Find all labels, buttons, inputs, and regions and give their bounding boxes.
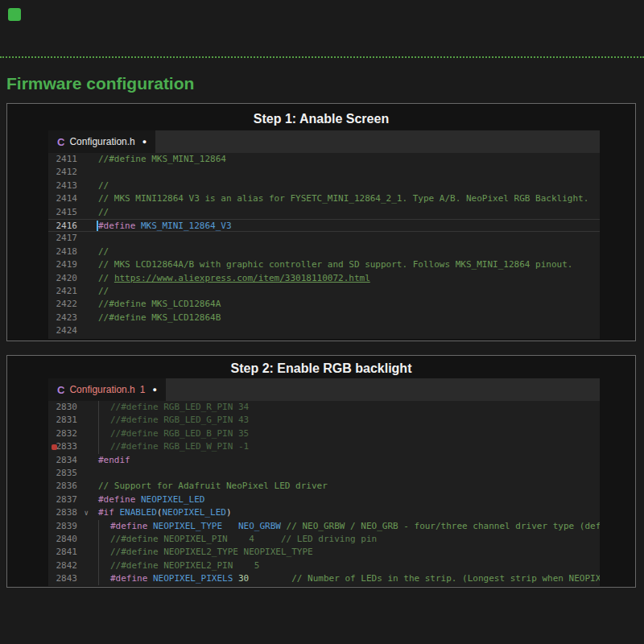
code-line[interactable]: 2837#define NEOPIXEL_LED (48, 493, 600, 506)
line-number[interactable]: 2842 (48, 559, 90, 572)
code-line-content: // (90, 285, 600, 298)
line-number[interactable]: 2833 (48, 440, 90, 453)
tab-configuration-h-errors[interactable]: C Configuration.h 1 ● (48, 378, 166, 401)
code-line[interactable]: 2839#define NEOPIXEL_TYPE NEO_GRBW // NE… (48, 520, 600, 533)
code-token: //#define RGB_LED_G_PIN 43 (110, 415, 249, 425)
code-line[interactable]: 2838∨#if ENABLED(NEOPIXEL_LED) (48, 506, 600, 519)
code-editor-step-2: C Configuration.h 1 ● 2830//#define RGB_… (48, 378, 600, 586)
tab-configuration-h[interactable]: C Configuration.h ● (48, 130, 155, 153)
line-number[interactable]: 2413 (48, 180, 90, 192)
code-line-content: // (90, 206, 600, 219)
text-caret (97, 221, 98, 231)
step-1-title: Step 1: Anable Screen (7, 111, 635, 127)
code-line-content: #if ENABLED(NEOPIXEL_LED) (90, 506, 600, 519)
code-line[interactable]: 2412 (48, 166, 600, 179)
line-number[interactable]: 2834 (48, 454, 90, 467)
code-line[interactable]: 2415// (48, 206, 600, 219)
code-line[interactable]: 2416#define MKS_MINI_12864_V3 (48, 219, 600, 232)
code-line[interactable]: 2835 (48, 467, 600, 480)
code-token (222, 521, 238, 531)
code-token: // Number of LEDs in the strip. (Longest… (291, 573, 600, 584)
code-line-content: #endif (90, 454, 600, 467)
line-number[interactable]: 2422 (48, 298, 90, 311)
line-number[interactable]: 2839 (48, 520, 90, 533)
line-number[interactable]: 2419 (48, 258, 90, 271)
code-token: // MKS MINI12864 V3 is an alias for FYSE… (98, 193, 588, 204)
code-line-content: //#define RGB_LED_G_PIN 43 (90, 414, 600, 427)
line-number[interactable]: 2841 (48, 546, 90, 559)
code-line-content: //#define RGB_LED_B_PIN 35 (90, 427, 600, 440)
code-line-content (90, 232, 600, 245)
code-line[interactable]: 2422//#define MKS_LCD12864A (48, 298, 600, 311)
code-line[interactable]: 2421// (48, 285, 600, 298)
modified-dot-icon[interactable]: ● (142, 138, 147, 146)
code-token: //#define NEOPIXEL_PIN 4 // LED driving … (110, 534, 377, 544)
line-number[interactable]: 2424 (48, 324, 90, 337)
code-line[interactable]: 2831//#define RGB_LED_G_PIN 43 (48, 414, 600, 427)
code-line[interactable]: 2411//#define MKS_MINI_12864 (48, 153, 600, 166)
line-number[interactable]: 2416 (48, 220, 90, 231)
line-number[interactable]: 2418 (48, 246, 90, 258)
line-number[interactable]: 2831 (48, 414, 90, 427)
code-line[interactable]: 2842//#define NEOPIXEL2_PIN 5 (48, 559, 600, 572)
line-number[interactable]: 2411 (48, 153, 90, 166)
code-token (233, 573, 238, 584)
code-area: 2411//#define MKS_MINI_1286424122413//24… (48, 153, 600, 337)
code-token: //#define NEOPIXEL2_PIN 5 (110, 560, 259, 571)
code-line[interactable]: 2417 (48, 232, 600, 245)
code-line[interactable]: 2834#endif (48, 454, 600, 467)
line-number[interactable]: 2837 (48, 493, 90, 506)
code-token: // NEO_GRBW / NEO_GRB - four/three chann… (287, 521, 600, 531)
indent-guide (98, 572, 110, 585)
code-token: // (98, 246, 109, 257)
code-line[interactable]: 2840//#define NEOPIXEL_PIN 4 // LED driv… (48, 533, 600, 546)
line-number[interactable]: 2843 (48, 572, 90, 585)
line-number[interactable]: 2838∨ (48, 506, 90, 519)
code-line[interactable]: 2843#define NEOPIXEL_PIXELS 30 // Number… (48, 572, 600, 585)
indent-guide (98, 559, 110, 572)
code-line[interactable]: 2418// (48, 246, 600, 258)
code-line[interactable]: 2419// MKS LCD12864A/B with graphic cont… (48, 258, 600, 271)
code-token: //#define RGB_LED_R_PIN 34 (110, 402, 249, 412)
code-line[interactable]: 2420// https://www.aliexpress.com/item/3… (48, 272, 600, 285)
code-token (135, 494, 141, 505)
dotted-divider (0, 56, 644, 58)
line-number[interactable]: 2830 (48, 401, 90, 414)
fold-chevron-icon[interactable]: ∨ (85, 506, 89, 519)
code-token: NEOPIXEL_LED (141, 494, 204, 505)
code-token: // (98, 286, 109, 296)
line-number[interactable]: 2421 (48, 285, 90, 298)
code-line-content: //#define RGB_LED_W_PIN -1 (90, 440, 600, 453)
line-number[interactable]: 2836 (48, 480, 90, 493)
code-line[interactable]: 2830//#define RGB_LED_R_PIN 34 (48, 401, 600, 414)
code-line[interactable]: 2423//#define MKS_LCD12864B (48, 312, 600, 324)
code-line[interactable]: 2424 (48, 324, 600, 337)
indent-guide (98, 414, 110, 427)
line-number[interactable]: 2412 (48, 166, 90, 179)
indent-guide (98, 546, 110, 559)
line-number[interactable]: 2417 (48, 232, 90, 245)
code-line[interactable]: 2833//#define RGB_LED_W_PIN -1 (48, 440, 600, 453)
code-line[interactable]: 2413// (48, 180, 600, 192)
line-number[interactable]: 2414 (48, 192, 90, 205)
code-token (281, 521, 287, 531)
code-token: #define (110, 573, 147, 584)
code-line[interactable]: 2832//#define RGB_LED_B_PIN 35 (48, 427, 600, 440)
line-number[interactable]: 2415 (48, 206, 90, 219)
line-number[interactable]: 2835 (48, 467, 90, 480)
modified-dot-icon[interactable]: ● (152, 386, 156, 394)
indent-guide (98, 520, 110, 533)
code-line[interactable]: 2414// MKS MINI12864 V3 is an alias for … (48, 192, 600, 205)
code-line[interactable]: 2841//#define NEOPIXEL2_TYPE NEOPIXEL_TY… (48, 546, 600, 559)
code-token: NEOPIXEL_LED (162, 507, 225, 518)
breakpoint-icon[interactable] (52, 444, 57, 450)
line-number[interactable]: 2423 (48, 312, 90, 324)
line-number[interactable]: 2840 (48, 533, 90, 546)
code-token: #endif (98, 455, 130, 465)
code-token: //#define RGB_LED_B_PIN 35 (110, 428, 249, 439)
code-token: #define (110, 521, 147, 531)
line-number[interactable]: 2832 (48, 427, 90, 440)
code-line[interactable]: 2836// Support for Adafruit NeoPixel LED… (48, 480, 600, 493)
code-line-content: // MKS MINI12864 V3 is an alias for FYSE… (90, 192, 600, 205)
line-number[interactable]: 2420 (48, 272, 90, 285)
